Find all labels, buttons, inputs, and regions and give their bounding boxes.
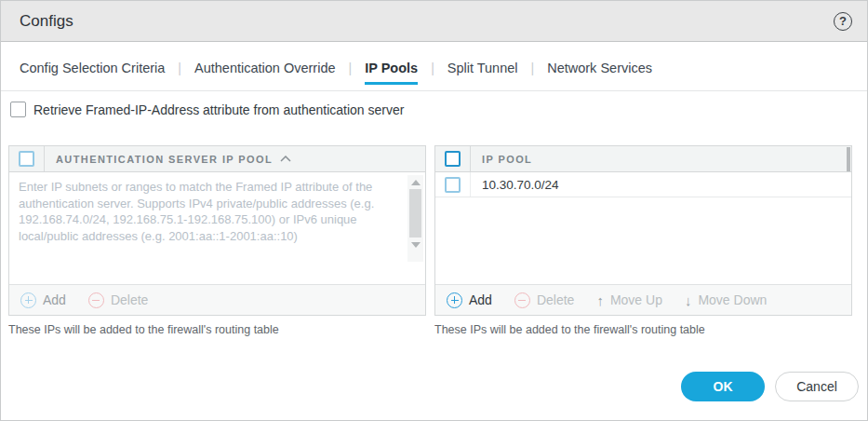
- ip-pool-select-all-checkbox[interactable]: [445, 151, 461, 167]
- scrollbar-up-button[interactable]: [407, 175, 423, 189]
- auth-server-ip-pool-header: AUTHENTICATION SERVER IP POOL: [9, 146, 425, 172]
- help-icon[interactable]: ?: [834, 12, 852, 31]
- ok-button[interactable]: OK: [681, 372, 765, 401]
- configs-dialog: Configs ? Config Selection Criteria | Au…: [0, 0, 868, 421]
- ip-pool-note: These IPs will be added to the firewall'…: [434, 323, 705, 336]
- dialog-title: Configs: [20, 12, 73, 31]
- select-all-cell: [435, 146, 471, 171]
- auth-pool-footer: Add Delete: [9, 284, 425, 315]
- tab-separator: |: [165, 59, 194, 75]
- chevron-up-icon[interactable]: [280, 156, 291, 162]
- ip-pool-move-up-button: ↑ Move Up: [596, 292, 662, 308]
- ip-pool-header: IP POOL: [435, 146, 851, 172]
- ip-pool-row-value: 10.30.70.0/24: [471, 178, 559, 192]
- ip-pool-footer: Add Delete ↑ Move Up ↓ Move Down: [435, 284, 851, 315]
- tab-split-tunnel[interactable]: Split Tunnel: [447, 59, 518, 82]
- move-down-icon: ↓: [685, 292, 692, 308]
- ip-pool-row[interactable]: 10.30.70.0/24: [435, 172, 851, 197]
- ip-pool-column-header: IP POOL: [471, 154, 532, 165]
- auth-pool-note: These IPs will be added to the firewall'…: [8, 323, 279, 336]
- tab-separator: |: [518, 59, 548, 75]
- ip-pool-delete-button: Delete: [514, 292, 574, 308]
- auth-pool-delete-button: Delete: [88, 292, 148, 308]
- ip-pool-panel: IP POOL 10.30.70.0/24 Add Delete ↑ Move …: [434, 145, 852, 316]
- dialog-titlebar: Configs ?: [1, 1, 867, 42]
- scrollbar-thumb[interactable]: [409, 189, 421, 238]
- header-scrollbar-strip: [847, 147, 850, 171]
- ip-pool-move-down-button: ↓ Move Down: [685, 292, 767, 308]
- add-icon: [447, 292, 462, 308]
- auth-server-ip-pool-panel: AUTHENTICATION SERVER IP POOL Enter IP s…: [8, 145, 426, 316]
- delete-icon: [514, 292, 530, 308]
- retrieve-framed-ip-label: Retrieve Framed-IP-Address attribute fro…: [33, 102, 404, 117]
- ip-pool-row-checkbox[interactable]: [445, 177, 461, 193]
- auth-pool-add-button: Add: [20, 292, 66, 308]
- ip-pool-add-button[interactable]: Add: [447, 292, 492, 308]
- tab-ip-pools[interactable]: IP Pools: [365, 59, 418, 85]
- delete-icon: [88, 292, 104, 308]
- retrieve-framed-ip-row: Retrieve Framed-IP-Address attribute fro…: [10, 102, 404, 117]
- tab-network-services[interactable]: Network Services: [547, 59, 652, 82]
- scrollbar-down-button[interactable]: [407, 238, 423, 251]
- auth-pool-placeholder-text: Enter IP subnets or ranges to match the …: [19, 179, 399, 244]
- cancel-button[interactable]: Cancel: [775, 372, 859, 401]
- auth-pool-scrollbar[interactable]: [407, 175, 423, 262]
- add-icon: [20, 292, 36, 308]
- tab-config-selection-criteria[interactable]: Config Selection Criteria: [20, 59, 165, 82]
- tab-authentication-override[interactable]: Authentication Override: [194, 59, 336, 82]
- row-checkbox-cell: [435, 172, 471, 197]
- auth-pool-input-area: Enter IP subnets or ranges to match the …: [9, 172, 425, 285]
- auth-pool-column-header: AUTHENTICATION SERVER IP POOL: [45, 154, 273, 165]
- tab-separator: |: [336, 59, 366, 75]
- retrieve-framed-ip-checkbox[interactable]: [10, 102, 26, 117]
- auth-pool-select-all-checkbox[interactable]: [19, 151, 34, 167]
- select-all-cell: [9, 146, 45, 171]
- tab-separator: |: [418, 59, 447, 75]
- tab-strip: Config Selection Criteria | Authenticati…: [1, 59, 867, 91]
- move-up-icon: ↑: [596, 292, 604, 308]
